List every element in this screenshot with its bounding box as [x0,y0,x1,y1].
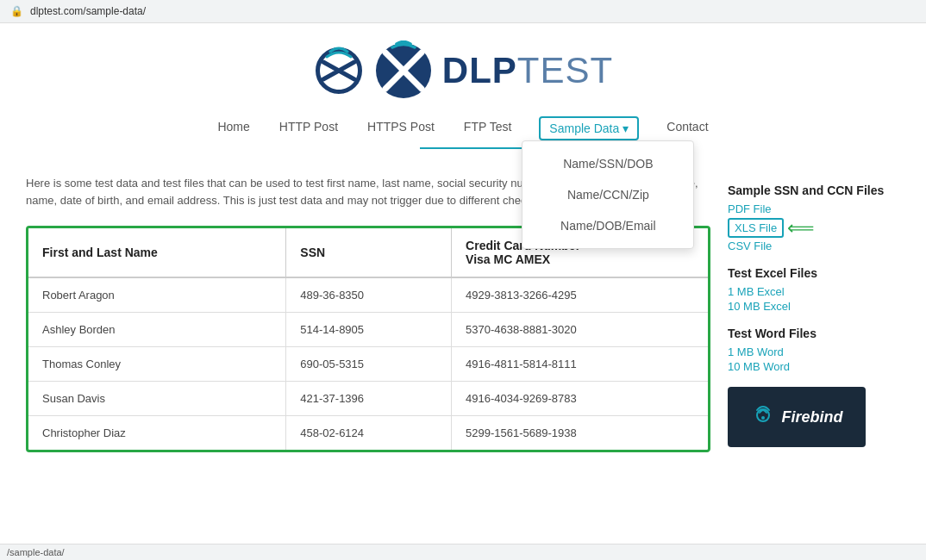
nav-http-post[interactable]: HTTP Post [278,116,340,140]
firebind-text: Firebind [782,408,843,426]
table-row: Susan Davis 421-37-1396 4916-4034-9269-8… [28,382,708,416]
word-section: Test Word Files 1 MB Word 10 MB Word [728,327,900,373]
header: DLPTEST Home HTTP Post HTTPS Post FTP Te… [0,23,926,158]
page: DLPTEST Home HTTP Post HTTPS Post FTP Te… [0,23,926,470]
cell-name: Christopher Diaz [28,416,286,451]
table-row: Thomas Conley 690-05-5315 4916-4811-5814… [28,347,708,382]
table-row: Christopher Diaz 458-02-6124 5299-1561-5… [28,416,708,451]
cell-name: Robert Aragon [28,277,286,313]
excel-section: Test Excel Files 1 MB Excel 10 MB Excel [728,266,900,313]
cell-ssn: 489-36-8350 [286,277,452,313]
table-row: Ashley Borden 514-14-8905 5370-4638-8881… [28,313,708,347]
data-table: First and Last Name SSN Credit Card Numb… [28,228,708,450]
firebind-svg-icon [751,402,775,426]
main-content: Here is some test data and test files th… [0,158,926,470]
dropdown-item-name-ssn-dob[interactable]: Name/SSN/DOB [522,148,693,179]
word-title: Test Word Files [728,327,900,340]
dropdown-item-name-ccn-zip[interactable]: Name/CCN/Zip [522,179,693,210]
pdf-file-link[interactable]: PDF File [728,202,900,215]
10mb-excel-link[interactable]: 10 MB Excel [728,300,900,313]
cell-cc: 4916-4811-5814-8111 [452,347,708,382]
nav-home[interactable]: Home [216,116,251,140]
xls-arrow-icon: ⟸ [787,217,815,240]
logo-container: DLPTEST [313,40,613,101]
cell-name: Ashley Borden [28,313,286,347]
cell-name: Susan Davis [28,382,286,416]
firebind-logo-icon [751,402,775,432]
nav: Home HTTP Post HTTPS Post FTP Test Sampl… [0,109,926,147]
cell-name: Thomas Conley [28,347,286,382]
logo-badge [373,40,434,101]
url-bar[interactable]: dlptest.com/sample-data/ [30,5,146,17]
nav-ftp-test[interactable]: FTP Test [462,116,514,140]
cell-ssn: 690-05-5315 [286,347,452,382]
dropdown-item-name-dob-email[interactable]: Name/DOB/Email [522,210,693,241]
lock-icon: 🔒 [10,5,23,17]
sample-data-dropdown-wrapper: Sample Data ▾ Name/SSN/DOB Name/CCN/Zip … [539,116,639,140]
cell-cc: 5370-4638-8881-3020 [452,313,708,347]
cell-cc: 4916-4034-9269-8783 [452,382,708,416]
logo-icon [313,45,365,96]
table-row: Robert Aragon 489-36-8350 4929-3813-3266… [28,277,708,313]
nav-contact[interactable]: Contact [665,116,710,140]
ssn-ccn-section: Sample SSN and CCN Files PDF File XLS Fi… [728,184,900,252]
col-header-ssn: SSN [286,228,452,277]
excel-title: Test Excel Files [728,266,900,280]
nav-https-post[interactable]: HTTPS Post [366,116,436,140]
10mb-word-link[interactable]: 10 MB Word [728,360,900,373]
firebind-banner[interactable]: Firebind [728,387,866,447]
browser-bar: 🔒 dlptest.com/sample-data/ [0,0,926,23]
cell-ssn: 514-14-8905 [286,313,452,347]
dropdown-menu: Name/SSN/DOB Name/CCN/Zip Name/DOB/Email [522,140,694,249]
csv-file-link[interactable]: CSV File [728,240,900,252]
chevron-down-icon: ▾ [623,121,629,135]
ssn-ccn-title: Sample SSN and CCN Files [728,184,900,197]
data-table-wrapper: First and Last Name SSN Credit Card Numb… [26,226,710,452]
cell-ssn: 458-02-6124 [286,416,452,451]
logo-test: TEST [517,50,613,90]
1mb-word-link[interactable]: 1 MB Word [728,345,900,358]
col-header-name: First and Last Name [28,228,286,277]
svg-point-5 [761,416,765,420]
logo-text: DLPTEST [442,50,613,91]
logo-dlp: DLP [442,50,517,90]
cell-cc: 5299-1561-5689-1938 [452,416,708,451]
cell-cc: 4929-3813-3266-4295 [452,277,708,313]
xls-file-link[interactable]: XLS File [728,218,784,238]
nav-sample-data[interactable]: Sample Data ▾ [539,116,639,140]
cell-ssn: 421-37-1396 [286,382,452,416]
1mb-excel-link[interactable]: 1 MB Excel [728,285,900,298]
right-sidebar: Sample SSN and CCN Files PDF File XLS Fi… [728,175,900,452]
